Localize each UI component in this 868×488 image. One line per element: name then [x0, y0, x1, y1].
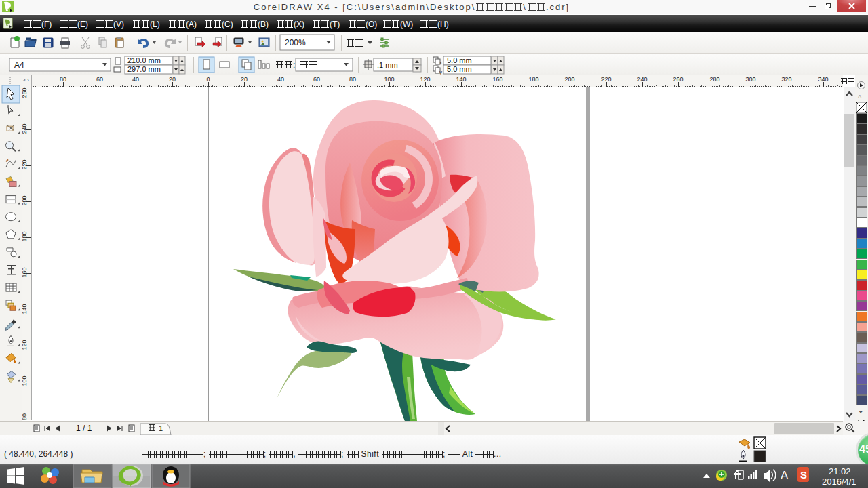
svg-text:297.0 mm: 297.0 mm — [127, 65, 161, 73]
svg-text:5.0 mm: 5.0 mm — [447, 65, 472, 73]
svg-text:210.0 mm: 210.0 mm — [127, 56, 161, 64]
svg-text:2016/4/1: 2016/4/1 — [822, 476, 856, 487]
svg-text:S: S — [800, 469, 807, 481]
svg-text:5.0 mm: 5.0 mm — [447, 56, 472, 64]
svg-text:.1 mm: .1 mm — [377, 61, 398, 69]
svg-text:A: A — [781, 469, 789, 482]
svg-text:21:02: 21:02 — [829, 466, 851, 476]
svg-text:1 / 1: 1 / 1 — [76, 424, 92, 433]
svg-text:A4: A4 — [14, 60, 24, 70]
svg-text:200%: 200% — [285, 38, 306, 47]
svg-text:y: y — [439, 69, 442, 75]
svg-text:x: x — [439, 60, 442, 66]
